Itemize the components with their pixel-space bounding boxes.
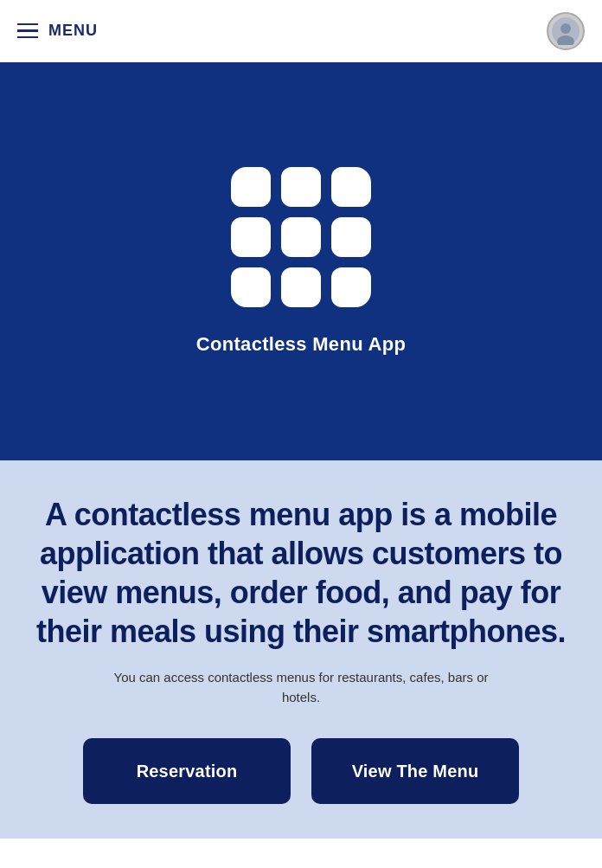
reservation-button[interactable]: Reservation xyxy=(83,738,291,804)
grid-dot-3 xyxy=(331,167,371,207)
hamburger-icon xyxy=(17,23,38,39)
content-section: A contactless menu app is a mobile appli… xyxy=(0,460,602,839)
app-grid-logo xyxy=(231,167,371,307)
hero-section: Contactless Menu App xyxy=(0,62,602,460)
avatar-icon xyxy=(552,17,580,45)
grid-dot-9 xyxy=(331,267,371,307)
view-menu-button[interactable]: View The Menu xyxy=(311,738,519,804)
main-heading: A contactless menu app is a mobile appli… xyxy=(26,495,576,651)
grid-dot-1 xyxy=(231,167,271,207)
menu-toggle[interactable]: MENU xyxy=(17,22,98,40)
hero-app-title: Contactless Menu App xyxy=(196,333,406,356)
grid-dot-4 xyxy=(231,217,271,257)
header: MENU xyxy=(0,0,602,62)
grid-dot-5 xyxy=(281,217,321,257)
grid-dot-6 xyxy=(331,217,371,257)
grid-dot-7 xyxy=(231,267,271,307)
grid-dot-8 xyxy=(281,267,321,307)
avatar[interactable] xyxy=(547,12,585,50)
grid-dot-2 xyxy=(281,167,321,207)
sub-text: You can access contactless menus for res… xyxy=(93,668,509,707)
cta-buttons-container: Reservation View The Menu xyxy=(26,738,576,804)
menu-label: MENU xyxy=(48,22,98,40)
svg-point-1 xyxy=(560,23,571,34)
